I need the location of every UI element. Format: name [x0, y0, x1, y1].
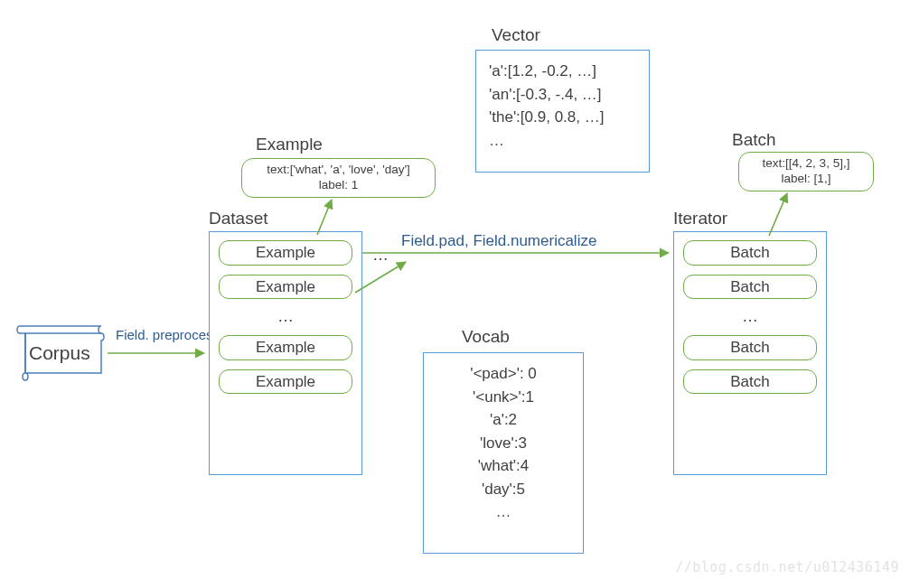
corpus-label: Corpus: [29, 342, 90, 364]
vector-line: …: [489, 129, 636, 153]
vocab-line: '<pad>': 0: [436, 362, 570, 386]
field-pad-label: Field.pad, Field.numericalize: [401, 232, 596, 250]
vector-line: 'an':[-0.3, -.4, …]: [489, 83, 636, 107]
example-text-line: text:['what', 'a', 'love', 'day']: [249, 163, 427, 178]
arrow-batch-detail: [769, 193, 787, 236]
vocab-line: 'a':2: [436, 408, 570, 432]
vocab-box: '<pad>': 0 '<unk>':1 'a':2 'love':3 'wha…: [423, 352, 584, 554]
field-preprocess-label: Field. preprocess: [116, 327, 220, 342]
dataset-box: Example Example … Example Example: [209, 231, 362, 475]
dataset-item: Example: [219, 240, 352, 266]
batch-detail-title: Batch: [732, 130, 776, 150]
dataset-item: Example: [219, 369, 352, 395]
iterator-dots: …: [674, 308, 826, 324]
vector-line: 'the':[0.9, 0.8, …]: [489, 106, 636, 129]
iterator-box: Batch Batch … Batch Batch: [673, 231, 827, 475]
vocab-line: …: [436, 500, 570, 524]
example-detail-title: Example: [256, 135, 323, 154]
vocab-line: 'what':4: [436, 454, 570, 478]
batch-text-line: text:[[4, 2, 3, 5],]: [746, 156, 866, 172]
example-label-line: label: 1: [249, 178, 427, 193]
vocab-title: Vocab: [462, 327, 510, 347]
dataset-dots: …: [210, 308, 361, 324]
vector-box: 'a':[1.2, -0.2, …] 'an':[-0.3, -.4, …] '…: [475, 50, 650, 173]
watermark: //blog.csdn.net/u012436149: [675, 559, 899, 575]
iterator-title: Iterator: [673, 209, 727, 229]
vocab-line: 'day':5: [436, 478, 570, 501]
iterator-item: Batch: [683, 369, 817, 395]
example-detail-box: text:['what', 'a', 'love', 'day'] label:…: [241, 158, 436, 198]
arrow-example2-mid: [355, 262, 406, 293]
vector-title: Vector: [492, 25, 540, 45]
dataset-item: Example: [219, 335, 352, 360]
dataset-item: Example: [219, 275, 352, 300]
iterator-item: Batch: [683, 275, 817, 300]
iterator-item: Batch: [683, 240, 817, 266]
batch-label-line: label: [1,]: [746, 172, 866, 187]
vocab-line: '<unk>':1: [436, 386, 570, 409]
iterator-item: Batch: [683, 335, 817, 360]
dataset-title: Dataset: [209, 209, 267, 229]
vocab-line: 'love':3: [436, 432, 570, 455]
batch-detail-box: text:[[4, 2, 3, 5],] label: [1,]: [738, 152, 874, 191]
between-dots: …: [372, 246, 389, 264]
arrow-example-detail: [317, 200, 332, 235]
vector-line: 'a':[1.2, -0.2, …]: [489, 60, 636, 83]
